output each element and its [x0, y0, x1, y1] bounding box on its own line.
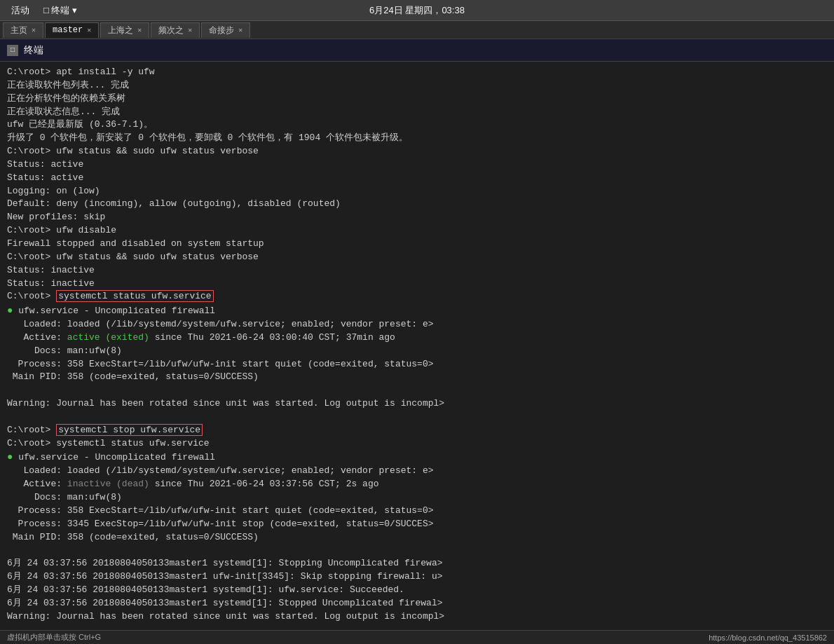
line-33: Process: 3345 ExecStop=/lib/ufw/ufw-init… [7, 518, 827, 531]
datetime-display: 6月24日 星期四，03:38 [369, 4, 465, 17]
line-22: Docs: man:ufw(8) [7, 345, 827, 358]
system-bar-left: 活动 □ 终端 ▾ [11, 4, 77, 17]
window-title: 终端 [24, 44, 43, 57]
line-28: ● ufw.service - Uncomplicated firewall [7, 450, 827, 465]
line-21: Active: active (exited) since Thu 2021-0… [7, 331, 827, 345]
tab-command[interactable]: 命接步 ✕ [201, 22, 250, 38]
line-11: Default: deny (incoming), allow (outgoin… [7, 198, 827, 211]
cmd-stop-ufw: systemctl stop ufw.service [56, 424, 203, 436]
line-27: C:\root> systemctl status ufw.service [7, 437, 827, 451]
tab-command-close[interactable]: ✕ [238, 26, 242, 34]
tab-bar: 主页 ✕ master ✕ 上海之 ✕ 频次之 ✕ 命接步 ✕ [0, 21, 834, 39]
line-3: 正在分析软件包的依赖关系树 [7, 93, 827, 106]
status-bar: 虚拟机内部单击或按 Ctrl+G https://blog.csdn.net/q… [0, 630, 834, 644]
line-empty-3 [7, 544, 827, 557]
line-empty-4 [7, 623, 827, 630]
line-26: C:\root> systemctl stop ufw.service [7, 424, 827, 437]
status-left: 虚拟机内部单击或按 Ctrl+G [7, 632, 101, 643]
line-30: Active: inactive (dead) since Thu 2021-0… [7, 478, 827, 491]
line-6: 升级了 0 个软件包，新安装了 0 个软件包，要卸载 0 个软件包，有 1904… [7, 132, 827, 145]
line-32: Process: 358 ExecStart=/lib/ufw/ufw-init… [7, 505, 827, 518]
line-17: Status: inactive [7, 278, 827, 291]
line-5: ufw 已经是最新版 (0.36-7.1)。 [7, 118, 827, 132]
line-25: Warning: Journal has been rotated since … [7, 397, 827, 411]
line-39: Warning: Journal has been rotated since … [7, 610, 827, 624]
tab-master-close[interactable]: ✕ [87, 26, 91, 34]
tab-home[interactable]: 主页 ✕ [3, 22, 43, 38]
tab-frequency-label: 频次之 [158, 25, 184, 36]
line-1: C:\root> apt install -y ufw [7, 66, 827, 79]
cmd-status-ufw: systemctl status ufw.service [56, 290, 213, 302]
tab-frequency-close[interactable]: ✕ [188, 26, 192, 34]
tab-shanghai-label: 上海之 [108, 25, 133, 36]
tab-command-label: 命接步 [209, 25, 234, 36]
tab-shanghai[interactable]: 上海之 ✕ [100, 22, 149, 38]
tab-master-label: master [53, 25, 83, 35]
line-15: C:\root> ufw status && sudo ufw status v… [7, 251, 827, 264]
line-31: Docs: man:ufw(8) [7, 491, 827, 505]
line-14: Firewall stopped and disabled on system … [7, 238, 827, 251]
line-37: 6月 24 03:37:56 20180804050133master1 sys… [7, 584, 827, 597]
title-bar-left: □ 终端 [7, 44, 43, 57]
line-9: Status: active [7, 172, 827, 185]
title-bar: □ 终端 [0, 39, 834, 62]
line-empty-1 [7, 384, 827, 397]
line-10: Logging: on (low) [7, 185, 827, 198]
line-29: Loaded: loaded (/lib/systemd/system/ufw.… [7, 465, 827, 478]
tab-shanghai-close[interactable]: ✕ [137, 26, 142, 34]
line-20: Loaded: loaded (/lib/systemd/system/ufw.… [7, 318, 827, 331]
line-empty-2 [7, 411, 827, 424]
tab-home-label: 主页 [11, 25, 27, 36]
line-12: New profiles: skip [7, 211, 827, 224]
system-bar: 活动 □ 终端 ▾ 6月24日 星期四，03:38 [0, 0, 834, 21]
tab-frequency[interactable]: 频次之 ✕ [151, 22, 200, 38]
terminal-menu[interactable]: □ 终端 ▾ [43, 4, 77, 17]
line-24: Main PID: 358 (code=exited, status=0/SUC… [7, 371, 827, 384]
tab-home-close[interactable]: ✕ [32, 26, 36, 34]
line-7: C:\root> ufw status && sudo ufw status v… [7, 145, 827, 158]
line-8: Status: active [7, 158, 827, 172]
line-36: 6月 24 03:37:56 20180804050133master1 ufw… [7, 570, 827, 584]
activities-label[interactable]: 活动 [11, 4, 29, 17]
line-23: Process: 358 ExecStart=/lib/ufw/ufw-init… [7, 358, 827, 371]
line-18: C:\root> systemctl status ufw.service [7, 290, 827, 303]
tab-master[interactable]: master ✕ [45, 22, 99, 38]
line-35: 6月 24 03:37:56 20180804050133master1 sys… [7, 557, 827, 570]
line-16: Status: inactive [7, 264, 827, 278]
line-34: Main PID: 358 (code=exited, status=0/SUC… [7, 531, 827, 544]
line-2: 正在读取软件包列表... 完成 [7, 79, 827, 93]
status-right: https://blog.csdn.net/qq_43515862 [709, 633, 827, 642]
terminal-icon: □ [7, 45, 18, 56]
line-4: 正在读取状态信息... 完成 [7, 106, 827, 119]
line-38: 6月 24 03:37:56 20180804050133master1 sys… [7, 597, 827, 610]
terminal-content[interactable]: C:\root> apt install -y ufw 正在读取软件包列表...… [0, 62, 834, 630]
line-19: ● ufw.service - Uncomplicated firewall [7, 303, 827, 318]
line-13: C:\root> ufw disable [7, 224, 827, 238]
